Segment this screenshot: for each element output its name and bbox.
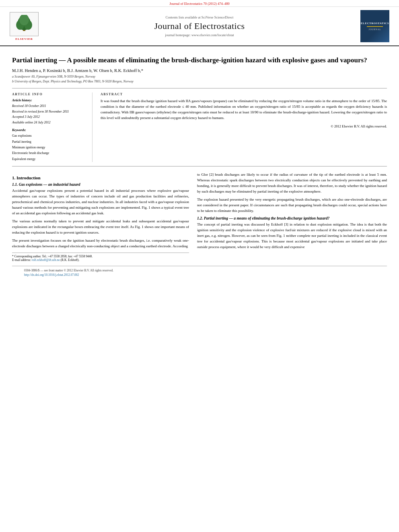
intro-num: 1. — [12, 175, 15, 180]
abstract-heading: ABSTRACT — [101, 92, 387, 96]
footer-rights: 0304-3886/$ — see front matter © 2012 El… — [24, 269, 375, 272]
intro-para1: Accidental gas/vapour explosions present… — [12, 188, 189, 216]
abstract-col: ABSTRACT It was found that the brush dis… — [101, 92, 387, 162]
contents-available-text: Contents lists available at SciVerse Sci… — [166, 15, 234, 19]
sub2-title: Partial inerting — a means of eliminatin… — [204, 216, 330, 220]
received-date: Received 18 October 2011 — [12, 103, 87, 109]
received-revised-date: Received in revised form 30 November 201… — [12, 109, 87, 115]
keywords-label: Keywords: — [12, 128, 87, 132]
affiliations: a Scandpower AS, Fjøsangerveien 50B, N-5… — [12, 74, 387, 84]
article-title: Partial inerting — A possible means of e… — [12, 56, 387, 65]
body-section: 1. Introduction 1.1. Gas explosions — an… — [12, 172, 387, 261]
available-online-date: Available online 24 July 2012 — [12, 120, 87, 125]
keyword-item: Gas explosions — [12, 133, 87, 139]
elsevier-brand: ELSEVIER — [15, 37, 33, 41]
intro-para2: The various actions normally taken to pr… — [12, 219, 189, 236]
article-info-heading: ARTICLE INFO — [12, 92, 87, 96]
journal-ref-text: Journal of Electrostatics 70 (2012) 474–… — [169, 2, 229, 6]
sub2-num: 1.2. — [197, 216, 203, 220]
footnote-email: E-mail address: rolf.eckhoff@ift.uib.no … — [12, 258, 189, 262]
electrostatics-badge-text: ELECTROSTATICS — [361, 22, 389, 25]
affiliation-a: a Scandpower AS, Fjøsangerveien 50B, N-5… — [12, 74, 387, 79]
keyword-item: Partial inerting — [12, 139, 87, 145]
sub1-title: Gas explosions — an industrial hazard — [19, 183, 80, 187]
journal-title: Journal of Electrostatics — [154, 21, 245, 31]
keywords-list: Gas explosionsPartial inertingMinimum ig… — [12, 133, 87, 162]
electrostatics-logo-right: ELECTROSTATICS JOURNAL — [359, 10, 391, 42]
history-label: Article history: — [12, 99, 87, 102]
keyword-item: Electrostatic brush discharge — [12, 150, 87, 156]
journal-homepage: journal homepage: www.elsevier.com/locat… — [165, 33, 234, 37]
footnote-star: * Corresponding author. Tel.: +47 5558 2… — [12, 255, 189, 258]
electrostatics-badge: ELECTROSTATICS JOURNAL — [360, 10, 389, 42]
subsection-1-title: 1.1. Gas explosions — an industrial haza… — [12, 183, 189, 187]
elsevier-logo-left: ELSEVIER — [8, 10, 40, 42]
authors-line: M.J.H. Henden a, P. Kosinski b, B.J. Arn… — [12, 68, 387, 73]
journal-title-area: Contents lists available at SciVerse Sci… — [44, 10, 355, 42]
copyright-text: © 2012 Elsevier B.V. All rights reserved… — [101, 124, 387, 128]
sub1-num: 1.1. — [12, 183, 18, 187]
accepted-date: Accepted 3 July 2012 — [12, 114, 87, 120]
footnote-area: * Corresponding author. Tel.: +47 5558 2… — [12, 253, 189, 262]
article-dates: Received 18 October 2011 Received in rev… — [12, 103, 87, 125]
introduction-title: 1. Introduction — [12, 175, 189, 180]
authors-text: M.J.H. Henden a, P. Kosinski b, B.J. Arn… — [12, 68, 143, 73]
abstract-text: It was found that the brush discharge ig… — [101, 99, 387, 121]
journal-reference-bar: Journal of Electrostatics 70 (2012) 474–… — [0, 0, 399, 7]
body-left-col: 1. Introduction 1.1. Gas explosions — an… — [12, 172, 189, 261]
page-footer: 0304-3886/$ — see front matter © 2012 El… — [12, 266, 387, 279]
elsevier-tree-logo — [10, 12, 39, 36]
article-info-col: ARTICLE INFO Article history: Received 1… — [12, 92, 93, 162]
email-name: (R.K. Eckhoff). — [61, 258, 80, 262]
email-label: E-mail address: — [12, 258, 32, 262]
affiliation-b: b University of Bergen, Dept. Physics an… — [12, 79, 387, 84]
right-para2: The explosion hazard presented by the ve… — [197, 197, 387, 214]
subsection-2-title: 1.2. Partial inerting — a means of elimi… — [197, 216, 387, 220]
body-right-col: to Glor [2] brush discharges are likely … — [197, 172, 387, 261]
journal-header: ELSEVIER Contents lists available at Sci… — [0, 7, 399, 46]
keyword-item: Minimum ignition energy — [12, 145, 87, 150]
right-para1: to Glor [2] brush discharges are likely … — [197, 172, 387, 195]
email-link: rolf.eckhoff@ift.uib.no — [32, 258, 60, 262]
main-content: Partial inerting — A possible means of e… — [0, 46, 399, 287]
right-para3: The concept of partial inerting was disc… — [197, 222, 387, 250]
article-info-abstract-section: ARTICLE INFO Article history: Received 1… — [12, 88, 387, 166]
intro-para3: The present investigation focuses on the… — [12, 238, 189, 249]
keyword-item: Equivalent energy — [12, 156, 87, 162]
footer-doi: http://dx.doi.org/10.1016/j.elstat.2012.… — [24, 273, 375, 277]
sciverse-line: Contents lists available at SciVerse Sci… — [166, 15, 234, 19]
intro-title: Introduction — [16, 175, 41, 180]
